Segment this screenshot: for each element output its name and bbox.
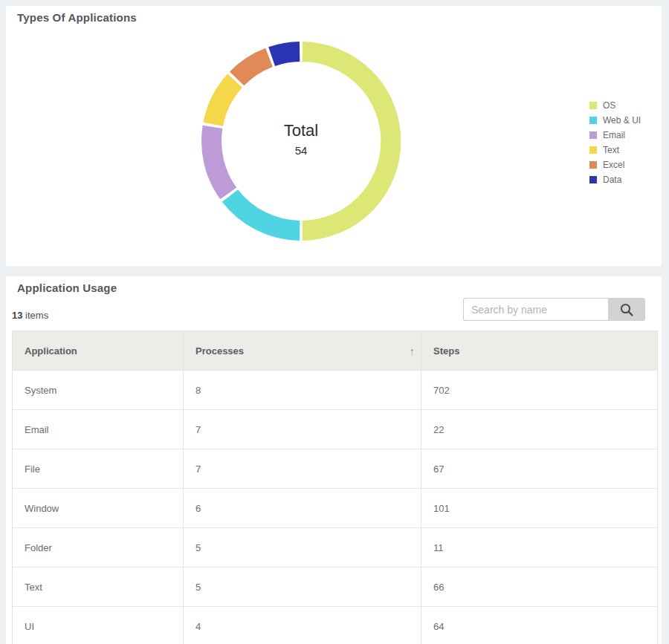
search-icon — [619, 302, 634, 317]
search-input[interactable] — [463, 298, 608, 321]
cell-steps: 22 — [421, 410, 658, 449]
cell-application: Window — [13, 489, 183, 527]
cell-application: Folder — [13, 528, 183, 567]
cell-processes: 7 — [183, 410, 421, 449]
application-usage-table: Application Processes ↑ Steps System8702… — [12, 331, 658, 644]
column-header-steps[interactable]: Steps — [421, 331, 658, 370]
donut-total-label: Total — [227, 121, 375, 140]
cell-application: UI — [13, 607, 183, 644]
cell-steps: 66 — [421, 567, 658, 606]
cell-application: System — [13, 371, 183, 409]
legend-label: Web & UI — [603, 115, 641, 126]
table-body: System8702Email722File767Window6101Folde… — [13, 370, 657, 644]
table-row[interactable]: Window6101 — [13, 488, 657, 527]
cell-processes: 4 — [183, 607, 421, 644]
cell-steps: 101 — [421, 489, 658, 527]
legend-label: Email — [603, 130, 625, 140]
cell-steps: 67 — [421, 449, 658, 488]
legend-swatch — [589, 117, 597, 124]
cell-steps: 702 — [421, 371, 658, 409]
cell-steps: 64 — [421, 607, 658, 644]
table-row[interactable]: UI464 — [13, 606, 657, 644]
cell-application: Email — [13, 410, 183, 449]
legend-item[interactable]: OS — [589, 100, 641, 111]
items-count: 13 — [12, 310, 22, 321]
legend-label: OS — [603, 100, 615, 111]
legend-label: Excel — [603, 160, 624, 170]
table-row[interactable]: System8702 — [13, 370, 657, 409]
dashboard-page: { "chart_panel": { "title": "Types Of Ap… — [0, 0, 669, 644]
search-button[interactable] — [608, 298, 645, 321]
legend-swatch — [589, 131, 597, 139]
table-row[interactable]: File767 — [13, 449, 657, 488]
column-header-label: Steps — [433, 345, 459, 357]
cell-application: Text — [13, 567, 183, 606]
table-row[interactable]: Folder511 — [13, 527, 657, 567]
legend-swatch — [589, 176, 597, 183]
legend-swatch — [589, 161, 597, 169]
search-bar — [463, 298, 645, 321]
table-row[interactable]: Email722 — [13, 409, 657, 449]
donut-segment-data[interactable] — [272, 52, 300, 57]
cell-steps: 11 — [421, 528, 658, 567]
donut-center: Total 54 — [227, 121, 375, 157]
application-usage-panel: Application Usage 13 items Application P… — [6, 276, 662, 644]
cell-processes: 7 — [183, 449, 421, 488]
donut-segment-email[interactable] — [212, 127, 229, 193]
table-row[interactable]: Text566 — [13, 567, 657, 606]
legend-item[interactable]: Text — [589, 145, 641, 155]
sort-ascending-icon[interactable]: ↑ — [410, 345, 421, 357]
legend-item[interactable]: Web & UI — [589, 115, 641, 126]
legend-swatch — [589, 146, 597, 154]
cell-processes: 6 — [183, 489, 421, 527]
legend-label: Text — [603, 145, 619, 155]
cell-processes: 8 — [183, 371, 421, 409]
column-header-label: Application — [25, 345, 77, 357]
items-label: items — [25, 310, 48, 321]
legend-item[interactable]: Excel — [589, 160, 641, 170]
legend-swatch — [589, 102, 597, 109]
types-of-applications-panel: Types Of Applications Total 54 OSWeb & U… — [6, 6, 662, 266]
column-header-application[interactable]: Application — [13, 331, 183, 370]
cell-processes: 5 — [183, 528, 421, 567]
donut-segment-web-ui[interactable] — [230, 195, 300, 230]
donut-total-value: 54 — [227, 144, 375, 157]
cell-processes: 5 — [183, 567, 421, 606]
donut-segment-excel[interactable] — [237, 57, 269, 79]
column-header-label: Processes — [195, 345, 244, 357]
legend-item[interactable]: Data — [589, 175, 641, 185]
cell-application: File — [13, 449, 183, 488]
legend-label: Data — [603, 175, 621, 185]
column-header-processes[interactable]: Processes ↑ — [183, 331, 421, 370]
donut-segment-text[interactable] — [213, 81, 235, 125]
items-count-line: 13 items — [12, 310, 48, 321]
usage-panel-title: Application Usage — [17, 282, 117, 294]
table-header-row: Application Processes ↑ Steps — [13, 331, 657, 370]
legend-item[interactable]: Email — [589, 130, 641, 140]
chart-legend: OSWeb & UIEmailTextExcelData — [589, 100, 641, 189]
